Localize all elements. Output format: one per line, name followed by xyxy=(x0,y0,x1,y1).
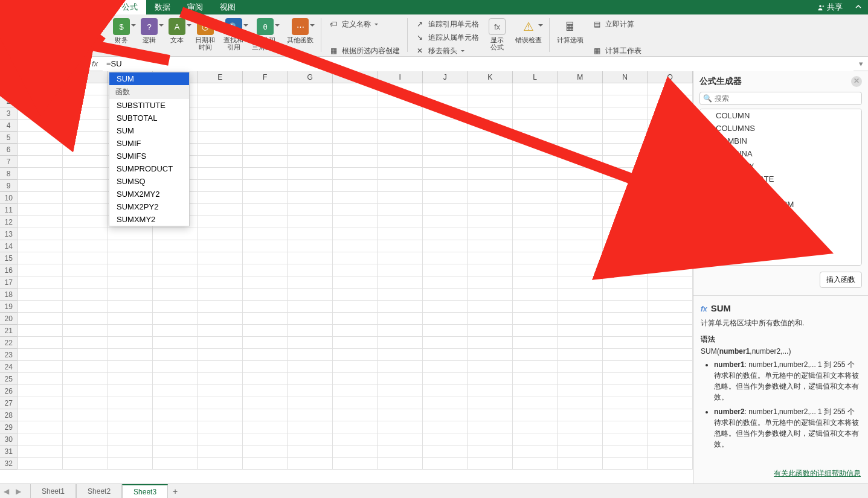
cell[interactable] xyxy=(558,349,603,361)
recently-used-button[interactable]: ★ 最近使用 xyxy=(73,17,107,54)
row-header[interactable]: 24 xyxy=(0,361,18,373)
cell[interactable] xyxy=(513,433,558,445)
cell[interactable] xyxy=(648,325,693,337)
cell[interactable] xyxy=(288,433,333,445)
cell[interactable] xyxy=(558,168,603,180)
cell[interactable] xyxy=(333,289,378,301)
cell[interactable] xyxy=(198,385,243,397)
cell[interactable] xyxy=(378,361,423,373)
cell[interactable] xyxy=(378,252,423,264)
cell[interactable] xyxy=(243,204,288,216)
cell[interactable] xyxy=(603,433,648,445)
cell[interactable] xyxy=(558,107,603,120)
cell[interactable] xyxy=(288,301,333,313)
cell[interactable] xyxy=(603,132,648,144)
cancel-formula-button[interactable]: ✕ xyxy=(53,59,70,69)
cell[interactable] xyxy=(558,120,603,132)
cell[interactable] xyxy=(513,458,558,470)
row-header[interactable]: 25 xyxy=(0,373,18,385)
cell[interactable] xyxy=(63,385,108,397)
autocomplete-item[interactable]: SUM xyxy=(109,72,189,85)
cell[interactable] xyxy=(198,421,243,433)
cell[interactable] xyxy=(63,421,108,433)
row-header[interactable]: 28 xyxy=(0,409,18,421)
cell[interactable] xyxy=(153,313,198,325)
cell[interactable] xyxy=(153,228,198,240)
row-header[interactable]: 4 xyxy=(0,120,18,132)
cell[interactable] xyxy=(603,301,648,313)
cell[interactable] xyxy=(288,313,333,325)
function-list-item[interactable]: COMBINA xyxy=(700,147,861,160)
cell[interactable] xyxy=(603,228,648,240)
cell[interactable] xyxy=(558,132,603,144)
add-sheet-button[interactable]: + xyxy=(168,487,182,496)
cell[interactable] xyxy=(423,289,468,301)
cell[interactable] xyxy=(18,240,63,252)
cell[interactable] xyxy=(198,204,243,216)
cell[interactable] xyxy=(468,373,513,385)
cell[interactable] xyxy=(198,458,243,470)
cell[interactable] xyxy=(648,301,693,313)
cell[interactable] xyxy=(288,107,333,120)
cell[interactable] xyxy=(63,276,108,289)
cell[interactable] xyxy=(63,240,108,252)
cell[interactable] xyxy=(378,228,423,240)
cell[interactable] xyxy=(423,409,468,421)
cell[interactable] xyxy=(63,433,108,445)
row-header[interactable]: 8 xyxy=(0,168,18,180)
cell[interactable] xyxy=(243,445,288,458)
cell[interactable] xyxy=(558,433,603,445)
sheet-tab[interactable]: Sheet1 xyxy=(30,484,76,499)
cell[interactable] xyxy=(288,204,333,216)
cell[interactable] xyxy=(288,240,333,252)
cell[interactable] xyxy=(423,301,468,313)
cell[interactable] xyxy=(333,107,378,120)
define-name-button[interactable]: 🏷 定义名称 xyxy=(329,18,400,30)
cell[interactable] xyxy=(333,83,378,95)
cell[interactable] xyxy=(243,228,288,240)
calculate-sheet-button[interactable]: ▦ 计算工作表 xyxy=(592,45,641,57)
row-header[interactable]: 31 xyxy=(0,445,18,458)
cell[interactable] xyxy=(468,95,513,107)
cell[interactable] xyxy=(378,120,423,132)
cell[interactable] xyxy=(288,276,333,289)
cell[interactable] xyxy=(513,385,558,397)
cell[interactable] xyxy=(648,240,693,252)
cell[interactable] xyxy=(198,95,243,107)
name-box[interactable]: 255 xyxy=(0,57,53,71)
cell[interactable] xyxy=(648,228,693,240)
cell[interactable] xyxy=(243,313,288,325)
cell[interactable] xyxy=(468,107,513,120)
cell[interactable] xyxy=(423,252,468,264)
cell[interactable] xyxy=(108,385,153,397)
column-header[interactable]: B xyxy=(63,71,108,83)
cell[interactable] xyxy=(378,445,423,458)
cell[interactable] xyxy=(153,301,198,313)
cell[interactable] xyxy=(288,168,333,180)
cell[interactable] xyxy=(558,95,603,107)
cell[interactable] xyxy=(513,204,558,216)
cell[interactable] xyxy=(603,204,648,216)
cell[interactable] xyxy=(18,168,63,180)
cell[interactable] xyxy=(648,120,693,132)
cell[interactable] xyxy=(153,289,198,301)
cell[interactable] xyxy=(288,132,333,144)
cell[interactable] xyxy=(378,156,423,168)
cell[interactable] xyxy=(558,83,603,95)
cell[interactable] xyxy=(63,264,108,276)
cell[interactable] xyxy=(378,325,423,337)
cell[interactable] xyxy=(558,458,603,470)
cell[interactable] xyxy=(468,337,513,349)
cell[interactable] xyxy=(18,252,63,264)
cell[interactable] xyxy=(558,361,603,373)
cell[interactable] xyxy=(378,289,423,301)
cell[interactable] xyxy=(108,445,153,458)
cell[interactable] xyxy=(243,337,288,349)
cell[interactable] xyxy=(108,409,153,421)
cell[interactable] xyxy=(18,313,63,325)
cell[interactable] xyxy=(198,228,243,240)
cell[interactable] xyxy=(378,132,423,144)
cell[interactable] xyxy=(333,409,378,421)
row-header[interactable]: 26 xyxy=(0,385,18,397)
lookup-button[interactable]: 🔍 查找和 引用 xyxy=(220,17,247,54)
